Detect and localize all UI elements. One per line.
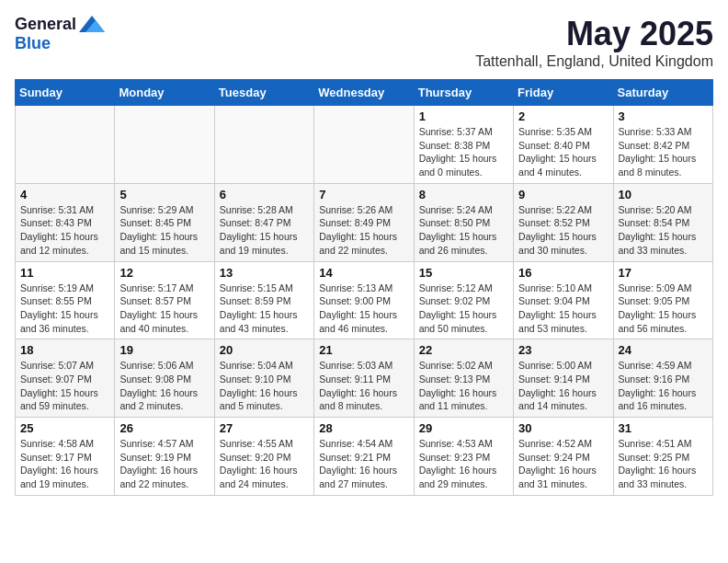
day-cell: 11Sunrise: 5:19 AMSunset: 8:55 PMDayligh…: [16, 261, 115, 339]
day-number: 21: [319, 343, 408, 357]
day-cell: 14Sunrise: 5:13 AMSunset: 9:00 PMDayligh…: [314, 261, 414, 339]
day-cell: 27Sunrise: 4:55 AMSunset: 9:20 PMDayligh…: [214, 418, 313, 496]
day-cell: 9Sunrise: 5:22 AMSunset: 8:52 PMDaylight…: [514, 183, 613, 261]
day-info: Sunrise: 5:37 AMSunset: 8:38 PMDaylight:…: [419, 125, 508, 179]
day-number: 7: [319, 188, 408, 201]
day-cell: 22Sunrise: 5:02 AMSunset: 9:13 PMDayligh…: [414, 339, 513, 418]
day-cell: 7Sunrise: 5:26 AMSunset: 8:49 PMDaylight…: [314, 183, 414, 261]
title-area: May 2025 Tattenhall, England, United Kin…: [475, 15, 713, 70]
week-row-3: 11Sunrise: 5:19 AMSunset: 8:55 PMDayligh…: [16, 261, 713, 339]
day-cell: 13Sunrise: 5:15 AMSunset: 8:59 PMDayligh…: [214, 261, 313, 339]
day-number: 14: [319, 266, 408, 280]
day-info: Sunrise: 5:31 AMSunset: 8:43 PMDaylight:…: [20, 203, 109, 258]
day-info: Sunrise: 4:54 AMSunset: 9:21 PMDaylight:…: [319, 437, 408, 491]
day-cell: 17Sunrise: 5:09 AMSunset: 9:05 PMDayligh…: [613, 261, 712, 339]
weekday-friday: Friday: [514, 80, 613, 106]
day-info: Sunrise: 4:58 AMSunset: 9:17 PMDaylight:…: [20, 437, 109, 491]
day-number: 3: [619, 109, 708, 123]
day-info: Sunrise: 5:35 AMSunset: 8:40 PMDaylight:…: [518, 125, 608, 179]
day-cell: 18Sunrise: 5:07 AMSunset: 9:07 PMDayligh…: [16, 339, 115, 418]
day-cell: 15Sunrise: 5:12 AMSunset: 9:02 PMDayligh…: [414, 261, 513, 339]
calendar-table: SundayMondayTuesdayWednesdayThursdayFrid…: [15, 79, 713, 496]
week-row-4: 18Sunrise: 5:07 AMSunset: 9:07 PMDayligh…: [16, 339, 713, 418]
day-info: Sunrise: 5:02 AMSunset: 9:13 PMDaylight:…: [419, 359, 508, 413]
day-cell: 8Sunrise: 5:24 AMSunset: 8:50 PMDaylight…: [414, 183, 513, 261]
day-number: 13: [220, 266, 309, 280]
day-number: 9: [518, 188, 608, 201]
day-number: 5: [119, 188, 209, 201]
month-title: May 2025: [475, 15, 713, 53]
weekday-saturday: Saturday: [613, 80, 712, 106]
day-cell: 23Sunrise: 5:00 AMSunset: 9:14 PMDayligh…: [514, 339, 613, 418]
day-info: Sunrise: 4:55 AMSunset: 9:20 PMDaylight:…: [220, 437, 309, 491]
day-cell: 25Sunrise: 4:58 AMSunset: 9:17 PMDayligh…: [16, 418, 115, 496]
day-info: Sunrise: 5:22 AMSunset: 8:52 PMDaylight:…: [518, 203, 608, 258]
logo: General Blue: [15, 15, 105, 53]
day-cell: [214, 106, 313, 184]
day-cell: 28Sunrise: 4:54 AMSunset: 9:21 PMDayligh…: [314, 418, 414, 496]
day-number: 10: [619, 188, 708, 201]
day-cell: 16Sunrise: 5:10 AMSunset: 9:04 PMDayligh…: [514, 261, 613, 339]
day-info: Sunrise: 5:28 AMSunset: 8:47 PMDaylight:…: [220, 203, 309, 258]
day-info: Sunrise: 5:19 AMSunset: 8:55 PMDaylight:…: [20, 282, 109, 336]
day-cell: 3Sunrise: 5:33 AMSunset: 8:42 PMDaylight…: [613, 106, 712, 184]
day-info: Sunrise: 5:26 AMSunset: 8:49 PMDaylight:…: [319, 203, 408, 258]
weekday-monday: Monday: [115, 80, 214, 106]
day-number: 24: [619, 343, 708, 357]
day-info: Sunrise: 5:04 AMSunset: 9:10 PMDaylight:…: [220, 359, 309, 413]
day-cell: 19Sunrise: 5:06 AMSunset: 9:08 PMDayligh…: [115, 339, 214, 418]
logo-general-text: General: [15, 15, 76, 34]
day-info: Sunrise: 5:17 AMSunset: 8:57 PMDaylight:…: [119, 282, 209, 336]
day-info: Sunrise: 5:09 AMSunset: 9:05 PMDaylight:…: [619, 282, 708, 336]
day-cell: 4Sunrise: 5:31 AMSunset: 8:43 PMDaylight…: [16, 183, 115, 261]
day-cell: 2Sunrise: 5:35 AMSunset: 8:40 PMDaylight…: [514, 106, 613, 184]
logo-icon: [79, 16, 105, 32]
day-info: Sunrise: 5:13 AMSunset: 9:00 PMDaylight:…: [319, 282, 408, 336]
day-number: 26: [119, 421, 209, 435]
weekday-header-row: SundayMondayTuesdayWednesdayThursdayFrid…: [16, 80, 713, 106]
day-number: 29: [419, 421, 508, 435]
logo-blue-text: Blue: [15, 34, 51, 53]
day-info: Sunrise: 5:29 AMSunset: 8:45 PMDaylight:…: [119, 203, 209, 258]
day-number: 27: [220, 421, 309, 435]
day-cell: 1Sunrise: 5:37 AMSunset: 8:38 PMDaylight…: [414, 106, 513, 184]
day-info: Sunrise: 5:33 AMSunset: 8:42 PMDaylight:…: [619, 125, 708, 179]
day-number: 25: [20, 421, 109, 435]
day-info: Sunrise: 4:57 AMSunset: 9:19 PMDaylight:…: [119, 437, 209, 491]
day-info: Sunrise: 4:53 AMSunset: 9:23 PMDaylight:…: [419, 437, 508, 491]
day-cell: 24Sunrise: 4:59 AMSunset: 9:16 PMDayligh…: [613, 339, 712, 418]
day-info: Sunrise: 5:20 AMSunset: 8:54 PMDaylight:…: [619, 203, 708, 258]
weekday-thursday: Thursday: [414, 80, 513, 106]
day-number: 11: [20, 266, 109, 280]
day-number: 22: [419, 343, 508, 357]
day-cell: 29Sunrise: 4:53 AMSunset: 9:23 PMDayligh…: [414, 418, 513, 496]
day-number: 19: [119, 343, 209, 357]
day-number: 18: [20, 343, 109, 357]
day-number: 31: [619, 421, 708, 435]
day-cell: 26Sunrise: 4:57 AMSunset: 9:19 PMDayligh…: [115, 418, 214, 496]
day-cell: 12Sunrise: 5:17 AMSunset: 8:57 PMDayligh…: [115, 261, 214, 339]
day-info: Sunrise: 5:03 AMSunset: 9:11 PMDaylight:…: [319, 359, 408, 413]
day-info: Sunrise: 4:59 AMSunset: 9:16 PMDaylight:…: [619, 359, 708, 413]
header-area: General Blue May 2025 Tattenhall, Englan…: [15, 15, 713, 70]
day-number: 16: [518, 266, 608, 280]
day-cell: [314, 106, 414, 184]
day-number: 30: [518, 421, 608, 435]
day-info: Sunrise: 5:15 AMSunset: 8:59 PMDaylight:…: [220, 282, 309, 336]
day-info: Sunrise: 5:12 AMSunset: 9:02 PMDaylight:…: [419, 282, 508, 336]
location: Tattenhall, England, United Kingdom: [475, 53, 713, 70]
day-info: Sunrise: 5:10 AMSunset: 9:04 PMDaylight:…: [518, 282, 608, 336]
weekday-sunday: Sunday: [16, 80, 115, 106]
day-number: 8: [419, 188, 508, 201]
weekday-wednesday: Wednesday: [314, 80, 414, 106]
day-info: Sunrise: 4:52 AMSunset: 9:24 PMDaylight:…: [518, 437, 608, 491]
day-number: 20: [220, 343, 309, 357]
day-cell: [115, 106, 214, 184]
day-number: 12: [119, 266, 209, 280]
day-number: 28: [319, 421, 408, 435]
day-number: 23: [518, 343, 608, 357]
day-cell: 6Sunrise: 5:28 AMSunset: 8:47 PMDaylight…: [214, 183, 313, 261]
week-row-2: 4Sunrise: 5:31 AMSunset: 8:43 PMDaylight…: [16, 183, 713, 261]
day-info: Sunrise: 4:51 AMSunset: 9:25 PMDaylight:…: [619, 437, 708, 491]
weekday-tuesday: Tuesday: [214, 80, 313, 106]
